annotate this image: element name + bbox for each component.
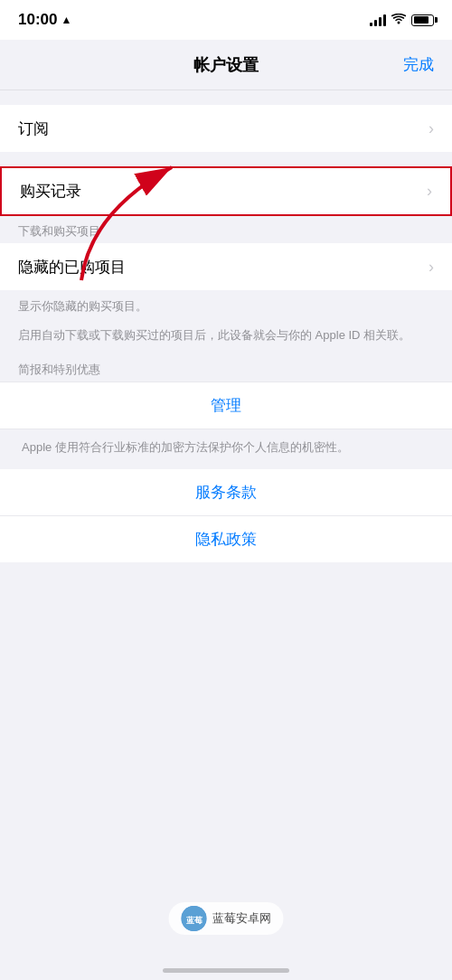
signal-icon — [370, 14, 386, 26]
purchase-history-label: 购买记录 — [20, 181, 81, 202]
watermark: 蓝莓 蓝莓安卓网 — [169, 902, 284, 935]
svg-text:蓝莓: 蓝莓 — [186, 916, 203, 925]
home-indicator — [163, 968, 289, 973]
nav-bar: 帐户设置 完成 — [0, 40, 452, 90]
footer-links: 服务条款 隐私政策 — [0, 469, 452, 562]
battery-icon — [411, 14, 434, 26]
purchase-history-item[interactable]: 购买记录 › — [0, 166, 452, 216]
desc1: 显示你隐藏的购买项目。 — [0, 290, 452, 326]
subscription-chevron: › — [428, 119, 434, 138]
svg-point-0 — [398, 22, 400, 24]
content-area: 订阅 › 购买记录 › 下载和购买项目 隐藏的已购项目 › 显示你隐藏的购买项目… — [0, 105, 452, 562]
subscription-label: 订阅 — [18, 118, 49, 139]
status-bar: 10:00 ▲ — [0, 0, 452, 40]
download-section-label: 下载和购买项目 — [0, 216, 452, 243]
hidden-purchases-label: 隐藏的已购项目 — [18, 257, 126, 278]
status-icons — [370, 13, 434, 27]
subscription-section: 订阅 › — [0, 105, 452, 152]
newsletter-section-label: 简报和特别优惠 — [0, 354, 452, 382]
watermark-logo: 蓝莓 — [182, 906, 207, 931]
watermark-text: 蓝莓安卓网 — [212, 910, 271, 927]
spacer-1 — [0, 152, 452, 166]
footer-description: Apple 使用符合行业标准的加密方法保护你个人信息的机密性。 — [0, 429, 452, 469]
hidden-purchases-group: 隐藏的已购项目 › — [0, 243, 452, 290]
location-icon: ▲ — [61, 14, 71, 26]
hidden-purchases-chevron: › — [428, 258, 434, 277]
privacy-link[interactable]: 隐私政策 — [0, 516, 452, 562]
hidden-purchases-item[interactable]: 隐藏的已购项目 › — [0, 243, 452, 290]
nav-title: 帐户设置 — [193, 54, 259, 76]
manage-section: 管理 — [0, 382, 452, 429]
manage-button[interactable]: 管理 — [211, 395, 241, 416]
status-time: 10:00 — [18, 11, 57, 29]
wifi-icon — [391, 13, 406, 27]
desc2: 启用自动下载或下载购买过的项目后，此设备就会与你的 Apple ID 相关联。 — [0, 326, 452, 355]
purchase-history-wrapper: 购买记录 › — [0, 166, 452, 216]
subscription-item[interactable]: 订阅 › — [0, 105, 452, 152]
terms-link[interactable]: 服务条款 — [0, 469, 452, 516]
done-button[interactable]: 完成 — [403, 54, 434, 75]
purchase-history-chevron: › — [427, 182, 432, 201]
